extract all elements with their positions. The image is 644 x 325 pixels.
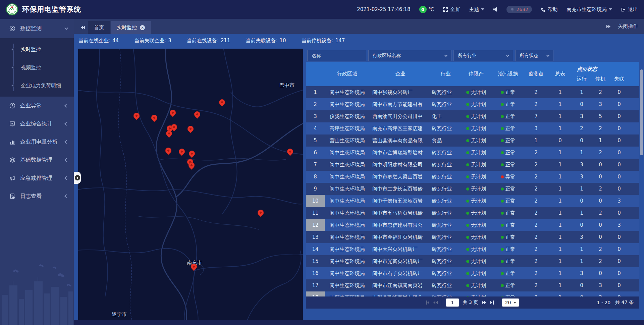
sidebar-item-power-load-detail[interactable]: 企业电力负荷明细 bbox=[0, 76, 74, 95]
table-row[interactable]: 11阆中生态环境局阆中市五马桥页岩机砖砖瓦行业无计划正常21120 bbox=[306, 207, 639, 219]
sidebar-collapse-toggle[interactable] bbox=[74, 172, 81, 184]
sidebar-item-base-data[interactable]: 基础数据管理 bbox=[0, 151, 74, 169]
sidebar-item-enterprise-statistics[interactable]: 企业综合统计 bbox=[0, 115, 74, 133]
theme-dropdown[interactable]: 主题 bbox=[469, 6, 484, 13]
status-dot-icon bbox=[501, 248, 504, 251]
name-filter-input[interactable] bbox=[312, 53, 362, 58]
column-group-point-status: 点位状态 bbox=[559, 66, 615, 72]
prev-page-button[interactable] bbox=[433, 301, 438, 304]
first-page-button[interactable] bbox=[426, 301, 429, 305]
cell-region: 阆中生态环境局 bbox=[325, 231, 370, 243]
cell-run-count: 1 bbox=[572, 207, 591, 219]
industry-filter-select[interactable]: 所有行业 bbox=[453, 50, 513, 61]
name-filter[interactable] bbox=[307, 50, 366, 61]
sidebar-item-label: 实时监控 bbox=[21, 46, 41, 53]
cell-monitor-count: 2 bbox=[524, 267, 548, 279]
map-panel[interactable]: 巴中市南充市遂宁市 bbox=[78, 49, 303, 320]
sidebar-item-emergency-reduction[interactable]: 应急减排管理 bbox=[0, 169, 74, 187]
status-dot-icon bbox=[501, 115, 504, 118]
table-row[interactable]: 5营山生态环境局营山县润丰肉食品有限食品无计划正常10010 bbox=[306, 134, 639, 147]
last-page-button[interactable] bbox=[490, 301, 494, 305]
cell-lost-count: 0 bbox=[610, 171, 629, 183]
status-filter-select[interactable]: 所有状态 bbox=[515, 50, 553, 61]
app-logo-icon bbox=[6, 3, 18, 15]
cell-facility-status: 正常 bbox=[492, 147, 524, 159]
table-row[interactable]: 10阆中生态环境局阆中千佛镇五郎垭页岩砖瓦行业无计划正常21003 bbox=[306, 195, 639, 207]
notification-badge[interactable]: 2632 bbox=[506, 6, 532, 13]
cell-industry: 砖瓦行业 bbox=[431, 279, 460, 291]
cell-row-number: 1 bbox=[306, 86, 325, 98]
column-header-facility: 治污设施 bbox=[492, 71, 524, 77]
page-size-select[interactable]: 20 bbox=[502, 299, 519, 307]
industry-filter-value: 所有行业 bbox=[458, 53, 477, 59]
table-row[interactable]: 14阆中生态环境局阆中大兴页岩机砖厂砖瓦行业无计划正常21120 bbox=[306, 243, 639, 255]
cell-monitor-count: 3 bbox=[524, 122, 548, 134]
status-dot-icon bbox=[501, 212, 504, 215]
cell-row-number: 3 bbox=[306, 110, 325, 122]
table-row[interactable]: 13阆中生态环境局阆中市金福旺页岩机砖砖瓦行业无计划正常21300 bbox=[306, 231, 639, 243]
status-dot-icon bbox=[501, 103, 504, 106]
table-row[interactable]: 17阆中生态环境局阆中市江南镇阆南页岩砖瓦行业无计划正常21030 bbox=[306, 279, 639, 291]
tab-realtime-monitoring[interactable]: 实时监控 × bbox=[111, 21, 151, 34]
tab-home[interactable]: 首页 bbox=[88, 21, 110, 34]
bar-chart-icon bbox=[9, 139, 15, 145]
sidebar-item-log-view[interactable]: 日志查看 bbox=[0, 187, 74, 205]
org-dropdown[interactable]: 南充市生态环境局 bbox=[567, 6, 612, 13]
sidebar-item-video-monitoring[interactable]: 视频监控 bbox=[0, 58, 74, 76]
cell-halt-count: 0 bbox=[591, 195, 610, 207]
table-row[interactable]: 4高坪生态环境局南充市高坪区王家店建砖瓦行业无计划正常31220 bbox=[306, 122, 639, 134]
status-dot-icon bbox=[501, 163, 504, 166]
status-dot-icon bbox=[466, 284, 469, 287]
tabs-scroll-right-button[interactable] bbox=[606, 25, 610, 28]
cell-lost-count: 0 bbox=[610, 255, 629, 267]
cell-stop-status: 无计划 bbox=[460, 255, 492, 267]
map-city-label: 巴中市 bbox=[279, 82, 294, 89]
cell-industry: 砖瓦行业 bbox=[431, 207, 460, 219]
cell-region: 阆中生态环境局 bbox=[325, 98, 370, 110]
page-number-input[interactable] bbox=[446, 299, 459, 307]
chevron-down-icon bbox=[506, 54, 509, 57]
tab-bar: 首页 实时监控 × 关闭操作 bbox=[74, 19, 644, 34]
region-filter-value: 行政区域名称 bbox=[373, 53, 401, 59]
tabs-scroll-left-button[interactable] bbox=[78, 21, 88, 34]
tab-close-icon[interactable]: × bbox=[140, 25, 145, 30]
cell-facility-status: 正常 bbox=[492, 122, 524, 134]
table-row[interactable]: 12阆中生态环境局阆中市忠信建材有限公砖瓦行业无计划正常21003 bbox=[306, 219, 639, 231]
table-row[interactable]: 7阆中生态环境局阆中明阳建材有限公司砖瓦行业无计划正常21300 bbox=[306, 159, 639, 171]
chevron-down-icon bbox=[481, 8, 484, 10]
cell-halt-count: 0 bbox=[591, 231, 610, 243]
sidebar-item-enterprise-abnormal[interactable]: 企业异常 bbox=[0, 97, 74, 115]
close-operations-button[interactable]: 关闭操作 bbox=[618, 23, 638, 30]
mute-button[interactable] bbox=[493, 7, 498, 12]
status-dot-icon bbox=[466, 248, 469, 251]
table-row[interactable]: 2阆中生态环境局阆中市南方节能建材有砖瓦行业无计划正常21030 bbox=[306, 98, 639, 110]
vertical-scrollbar-thumb[interactable] bbox=[640, 69, 643, 155]
cell-lost-count: 0 bbox=[610, 110, 629, 122]
help-button[interactable]: 帮助 bbox=[541, 6, 558, 13]
cell-stop-status: 无计划 bbox=[460, 267, 492, 279]
fullscreen-button[interactable]: 全屏 bbox=[443, 6, 460, 13]
table-row[interactable]: 1阆中生态环境局阆中强锐页岩砖厂砖瓦行业无计划正常21120 bbox=[306, 86, 639, 98]
status-dot-icon bbox=[466, 272, 469, 275]
table-row[interactable]: 9阆中生态环境局阆中市二龙长宝页岩砖砖瓦行业无计划正常21120 bbox=[306, 183, 639, 195]
table-row[interactable]: 15阆中生态环境局阆中市光富页岩机砖厂砖瓦行业无计划正常21120 bbox=[306, 255, 639, 267]
cell-industry: 化工 bbox=[431, 110, 460, 122]
sidebar-item-realtime-monitoring[interactable]: 实时监控 bbox=[0, 40, 74, 58]
cell-total-count: 0 bbox=[548, 134, 572, 147]
table-row[interactable]: 16阆中生态环境局阆中市石子页岩机砖厂砖瓦行业无计划正常21300 bbox=[306, 267, 639, 279]
cell-facility-status: 异常 bbox=[492, 171, 524, 183]
sidebar-submenu: 实时监控 视频监控 企业电力负荷明细 bbox=[0, 38, 74, 97]
region-filter-select[interactable]: 行政区域名称 bbox=[368, 50, 451, 61]
cell-enterprise: 营山县润丰肉食品有限 bbox=[370, 134, 431, 147]
next-page-button[interactable] bbox=[482, 301, 486, 304]
logout-button[interactable]: 退出 bbox=[621, 6, 638, 13]
table-row[interactable]: 6阆中生态环境局阆中市金博瑞新型墙材砖瓦行业无计划正常21120 bbox=[306, 147, 639, 159]
sidebar-item-power-analysis[interactable]: 企业用电量分析 bbox=[0, 133, 74, 151]
table-row[interactable]: 3仪陇生态环境局西南油气田分公司川中化工无计划正常71350 bbox=[306, 110, 639, 122]
cell-monitor-count: 2 bbox=[524, 279, 548, 291]
sidebar-item-data-monitoring[interactable]: 数据监测 bbox=[0, 19, 74, 38]
cell-region: 阆中生态环境局 bbox=[325, 267, 370, 279]
table-row[interactable]: 18南部生态环境局南部县珠峰页岩有限公砖瓦行业无计划正常21030 bbox=[306, 291, 639, 296]
cell-enterprise: 阆中市南方节能建材有 bbox=[370, 98, 431, 110]
table-row[interactable]: 8阆中生态环境局阆中市枣碧大梁山页岩砖瓦行业无计划异常21300 bbox=[306, 171, 639, 183]
